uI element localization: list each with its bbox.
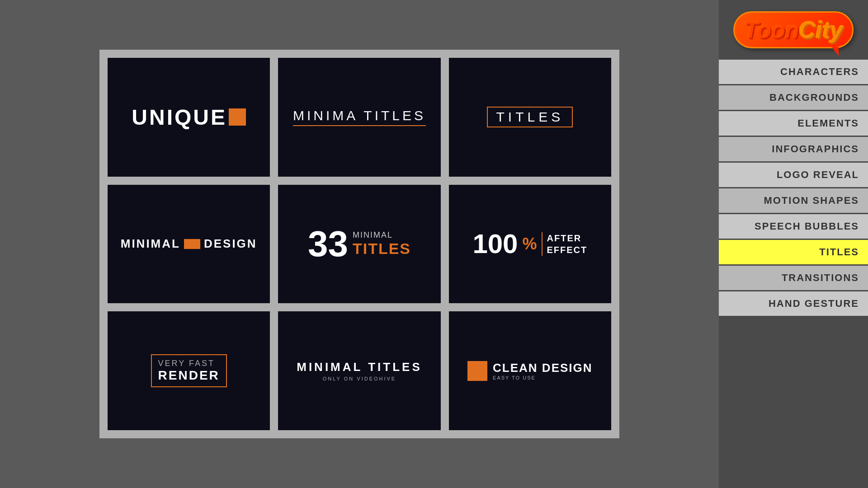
main-content: UNIQUE MINIMA TITLES TITLES MINIMAL DESI… xyxy=(0,0,719,488)
33-titles-label: TITLES xyxy=(353,240,411,258)
33-number: 33 xyxy=(308,226,348,262)
100-sign: % xyxy=(522,235,537,253)
logo-area: Toon City xyxy=(719,5,868,60)
nav-item-elements[interactable]: ELEMENTS xyxy=(719,111,868,136)
unique-label: UNIQU xyxy=(132,105,211,130)
clean-text-block: CLEAN DESIGN EASY TO USE xyxy=(493,361,592,380)
minimal-bot-sub: ONLY ON VIDEOHIVE xyxy=(297,376,422,381)
minima-titles-text: MINIMA TITLES xyxy=(293,108,426,126)
grid-item-100-after[interactable]: 100% AFTER EFFECT xyxy=(449,185,611,304)
grid-item-unique[interactable]: UNIQUE xyxy=(108,58,270,177)
render-box: VERY FAST RENDER xyxy=(151,354,227,387)
after-label: AFTER xyxy=(547,232,588,244)
unique-text: UNIQUE xyxy=(132,105,246,130)
sidebar: Toon City CHARACTERS BACKGROUNDS ELEMENT… xyxy=(719,0,868,488)
clean-orange-square xyxy=(467,361,487,381)
grid-item-33-minimal[interactable]: 33 MINIMAL TITLES xyxy=(278,185,440,304)
render-text: RENDER xyxy=(158,368,220,383)
100-number: 100 xyxy=(472,230,518,258)
grid-item-minimal-bot[interactable]: MINIMAL TITLES ONLY ON VIDEOHIVE xyxy=(278,311,440,430)
titles-plain-text: TITLES xyxy=(487,107,573,127)
clean-sub-text: EASY TO USE xyxy=(493,375,592,380)
nav-item-hand-gesture[interactable]: HAND GESTURE xyxy=(719,291,868,316)
33-minimal-label: MINIMAL xyxy=(353,230,411,240)
nav-item-motion-shapes[interactable]: MOTION SHAPES xyxy=(719,188,868,213)
after-effect-text: AFTER EFFECT xyxy=(542,232,588,256)
grid-item-titles-plain[interactable]: TITLES xyxy=(449,58,611,177)
33-side-text: MINIMAL TITLES xyxy=(353,230,411,258)
nav-items: CHARACTERS BACKGROUNDS ELEMENTS INFOGRAP… xyxy=(719,60,868,316)
nav-item-characters[interactable]: CHARACTERS xyxy=(719,60,868,84)
nav-item-speech-bubbles[interactable]: SPEECH BUBBLES xyxy=(719,214,868,239)
tooncity-logo: Toon City xyxy=(733,11,853,48)
grid-item-minimal-design[interactable]: MINIMAL DESIGN xyxy=(108,185,270,304)
design-text: DESIGN xyxy=(204,237,257,251)
unique-orange-square xyxy=(229,108,246,126)
nav-item-logo-reveal[interactable]: LOGO REVEAL xyxy=(719,163,868,187)
minimal-bot-title: MINIMAL TITLES xyxy=(297,360,422,374)
logo-city-text: City xyxy=(798,16,843,43)
nav-item-backgrounds[interactable]: BACKGROUNDS xyxy=(719,85,868,110)
grid-item-render[interactable]: VERY FAST RENDER xyxy=(108,311,270,430)
logo-toon-text: Toon xyxy=(744,16,798,43)
grid-item-clean-design[interactable]: CLEAN DESIGN EASY TO USE xyxy=(449,311,611,430)
unique-e: E xyxy=(211,105,227,130)
grid-item-minima-titles[interactable]: MINIMA TITLES xyxy=(278,58,440,177)
effect-label: EFFECT xyxy=(547,244,588,256)
very-fast-text: VERY FAST xyxy=(158,359,220,368)
clean-main-text: CLEAN DESIGN xyxy=(493,361,592,375)
grid-container: UNIQUE MINIMA TITLES TITLES MINIMAL DESI… xyxy=(99,50,619,438)
nav-item-titles[interactable]: TITLES xyxy=(719,240,868,264)
nav-item-transitions[interactable]: TRANSITIONS xyxy=(719,266,868,290)
minimal-orange-rect xyxy=(184,239,200,249)
nav-item-infographics[interactable]: INFOGRAPHICS xyxy=(719,137,868,161)
minimal-text: MINIMAL xyxy=(121,237,180,251)
